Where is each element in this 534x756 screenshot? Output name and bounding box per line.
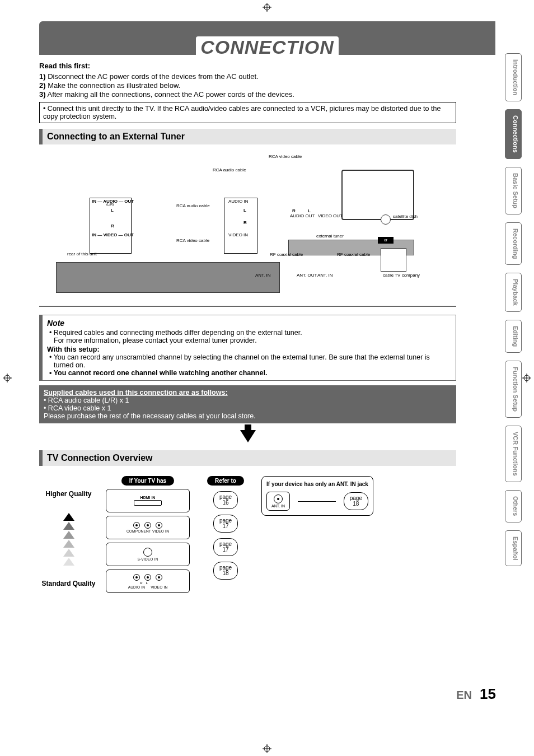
registration-mark-icon: [263, 3, 271, 12]
note-with-setup: With this setup:: [47, 346, 451, 353]
steps-list: 1) Disconnect the AC power cords of the …: [39, 72, 456, 99]
step-3-num: 3): [39, 90, 46, 99]
quality-scale: Higher Quality Standard Quality: [39, 476, 98, 588]
label-tv-video-out: VIDEO OUT: [318, 214, 343, 218]
triangle-icon: [63, 531, 74, 539]
hdmi-option: HDMI IN: [106, 489, 190, 512]
tab-basic-setup[interactable]: Basic Setup: [505, 167, 522, 214]
tab-vcr-functions[interactable]: VCR Functions: [505, 426, 522, 482]
triangle-icon: [63, 540, 74, 548]
label-ant-in-1: ANT. IN: [255, 273, 271, 278]
rear-unit-icon: [56, 262, 280, 293]
label-cabletv: cable TV company: [383, 273, 420, 278]
label-audio-in: AUDIO IN: [228, 199, 249, 204]
rca-jack-icon: [144, 574, 151, 581]
tab-recording[interactable]: Recording: [505, 222, 522, 265]
label-video-in: VIDEO IN: [228, 233, 248, 237]
standard-quality-label: Standard Quality: [39, 580, 98, 588]
label-rca-video: RCA video cable: [269, 155, 302, 159]
if-tv-has-header: If Your TV has: [121, 476, 174, 486]
section-tv-overview: TV Connection Overview: [39, 450, 456, 466]
label-r: R: [111, 224, 114, 228]
note-line-2: You can record any unscrambled channel b…: [47, 353, 451, 369]
footer-lang: EN: [456, 689, 472, 702]
label-r2: R: [243, 221, 247, 225]
tv-overview: Higher Quality Standard Quality If Your …: [39, 472, 456, 593]
label-rca-video-2: RCA video cable: [176, 239, 209, 243]
registration-mark-icon: [263, 744, 271, 753]
refer-to-column: Refer to page16 page17 page17 page18: [198, 476, 254, 580]
refer-to-header: Refer to: [207, 476, 244, 486]
component-option: COMPONENT VIDEO IN: [106, 516, 190, 539]
label-lr: (L/R): [106, 203, 114, 206]
ant-note: If your device has only an ANT. IN jack: [266, 481, 368, 487]
label-or: or: [378, 237, 394, 244]
tab-connections[interactable]: Connections: [505, 109, 522, 159]
registration-mark-icon: [522, 374, 531, 382]
page-footer: EN 15: [456, 685, 496, 703]
label-rf-coax-2: RF coaxial cable: [337, 253, 370, 257]
note-line-3: You cannot record one channel while watc…: [47, 369, 451, 377]
label-sat: satellite dish: [393, 214, 418, 219]
label-rf-coax-1: RF coaxial cable: [270, 253, 303, 257]
supplied-line-3: Please purchase the rest of the necessar…: [44, 412, 452, 420]
label-ant-out: ANT. OUT: [297, 273, 317, 278]
rca-jack-icon: [156, 574, 162, 581]
rca-jack-icon: [133, 522, 140, 529]
label-rca-audio-2: RCA audio cable: [176, 204, 210, 208]
if-tv-has-column: If Your TV has HDMI IN COMPONENT VIDEO I…: [106, 476, 190, 593]
rca-jack-icon: [144, 522, 151, 529]
connection-diagram: RCA video cable RCA audio cable IN — AUD…: [39, 150, 456, 307]
svideo-option: S-VIDEO IN: [106, 543, 190, 566]
page-ref: page18: [344, 492, 368, 510]
page-ref: page16: [213, 491, 238, 509]
down-arrow-icon: [240, 430, 256, 442]
step-1-text: Disconnect the AC power cords of the dev…: [46, 72, 259, 81]
step-2-num: 2): [39, 81, 46, 90]
tab-editing[interactable]: Editing: [505, 320, 522, 353]
registration-mark-icon: [3, 374, 12, 382]
warning-text: Connect this unit directly to the TV. If…: [43, 105, 441, 120]
tv-icon: [341, 170, 414, 220]
label-in-video-out: IN — VIDEO — OUT: [92, 233, 134, 237]
label-l2: L: [243, 208, 246, 213]
rca-jack-icon: [156, 522, 162, 529]
tab-function-setup[interactable]: Function Setup: [505, 361, 522, 418]
label-rca-audio: RCA audio cable: [213, 168, 246, 172]
page-title: CONNECTION: [196, 36, 339, 58]
page-ref: page17: [213, 515, 238, 533]
note-title: Note: [47, 319, 451, 328]
supplied-line-1: • RCA audio cable (L/R) x 1: [44, 396, 452, 404]
rca-jack-icon: [133, 574, 140, 581]
satellite-dish-icon: [381, 214, 391, 225]
step-1-num: 1): [39, 72, 46, 81]
svideo-jack-icon: [143, 548, 152, 557]
ant-only-box: If your device has only an ANT. IN jack …: [261, 476, 373, 516]
footer-page-num: 15: [480, 685, 496, 703]
warning-box: • Connect this unit directly to the TV. …: [39, 102, 456, 123]
read-first-heading: Read this first:: [39, 62, 456, 70]
av-option: R L AUDIO IN VIDEO IN: [106, 570, 190, 593]
note-box: Note Required cables and connecting meth…: [39, 315, 456, 381]
tab-others[interactable]: Others: [505, 490, 522, 522]
label-ant-in-2: ANT. IN: [317, 273, 333, 278]
tab-introduction[interactable]: Introduction: [505, 53, 522, 101]
side-tabs: Introduction Connections Basic Setup Rec…: [505, 53, 522, 566]
ant-jack-icon: [274, 494, 283, 503]
page-ref: page17: [213, 538, 238, 556]
ant-jack-box: ANT. IN: [266, 492, 290, 511]
higher-quality-label: Higher Quality: [39, 491, 98, 498]
cable-company-icon: [381, 248, 406, 272]
tab-espanol[interactable]: Español: [505, 530, 522, 567]
triangle-icon: [63, 513, 74, 521]
triangle-icon: [63, 522, 74, 530]
title-bar: CONNECTION: [39, 21, 495, 55]
section-external-tuner: Connecting to an External Tuner: [39, 129, 456, 144]
supplied-line-2: • RCA video cable x 1: [44, 404, 452, 412]
supplied-cables-box: Supplied cables used in this connection …: [39, 385, 456, 423]
step-2-text: Make the connection as illustrated below…: [46, 81, 181, 90]
supplied-heading: Supplied cables used in this connection …: [44, 389, 452, 396]
tab-playback[interactable]: Playback: [505, 273, 522, 312]
tuner-io-panel: [224, 198, 257, 254]
step-3-text: After making all the connections, connec…: [46, 90, 294, 99]
